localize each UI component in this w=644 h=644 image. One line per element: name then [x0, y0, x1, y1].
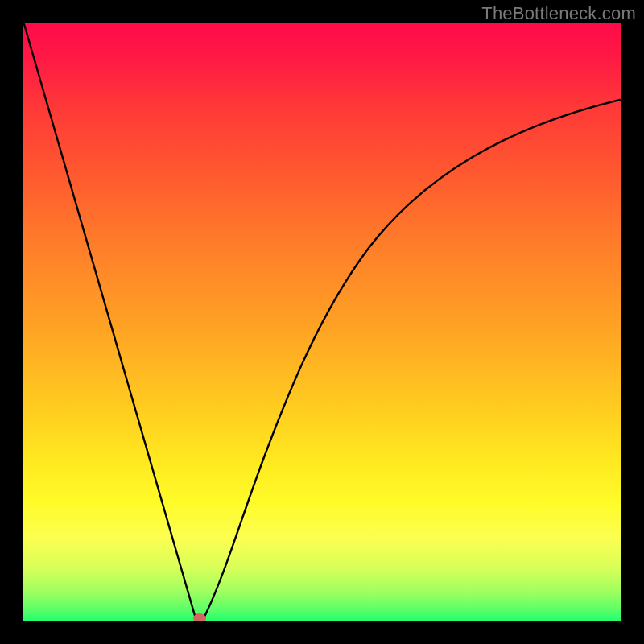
curve-right — [204, 100, 620, 618]
curve-layer — [23, 23, 621, 621]
plot-area — [23, 23, 621, 621]
watermark-text: TheBottleneck.com — [481, 3, 636, 24]
curve-left — [24, 24, 196, 618]
chart-frame: TheBottleneck.com — [0, 0, 644, 644]
